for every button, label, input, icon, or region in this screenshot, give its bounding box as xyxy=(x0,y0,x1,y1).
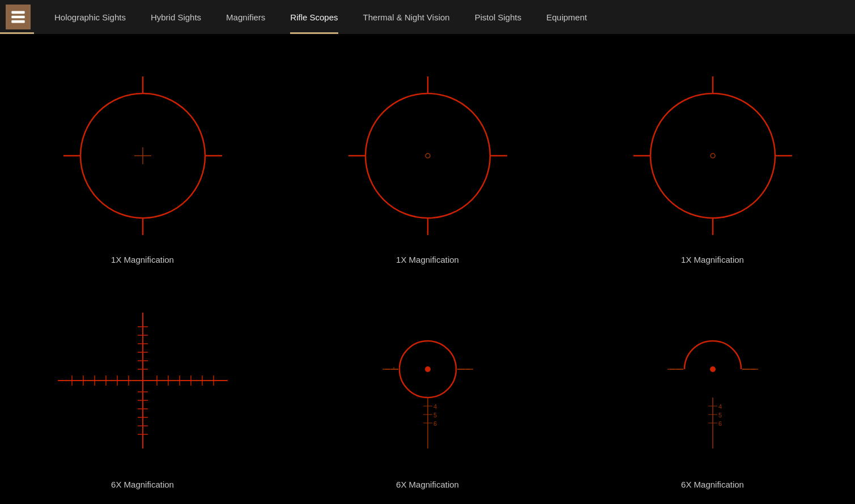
sr3-1x-cell: 1X Magnification xyxy=(570,51,855,276)
sr3-1x-label: 1X Magnification xyxy=(681,255,744,264)
svg-point-21 xyxy=(711,153,715,158)
svg-text:6: 6 xyxy=(433,420,437,427)
svg-point-10 xyxy=(365,93,490,218)
sr3-6x-label: 6X Magnification xyxy=(681,480,744,489)
svg-point-16 xyxy=(650,93,775,218)
sr3-6x-cell: 4 5 6 6X Magnification xyxy=(570,276,855,501)
svg-text:5: 5 xyxy=(718,412,722,418)
reticle-1x-row: 1X Magnification xyxy=(0,51,855,276)
sr2-6x-cell: 4 5 6 6X Magnification xyxy=(285,276,570,501)
svg-rect-0 xyxy=(11,11,24,14)
nav-item-hybrid[interactable]: Hybrid Sights xyxy=(138,0,214,34)
sr1-1x-cell: 1X Magnification xyxy=(0,51,285,276)
reticle-6x-row: 6X Magnification xyxy=(0,276,855,501)
svg-text:4: 4 xyxy=(433,403,437,410)
svg-point-49 xyxy=(425,366,431,372)
sr2-6x-svg: 4 5 6 xyxy=(300,287,555,474)
sr2-1x-cell: 1X Magnification xyxy=(285,51,570,276)
nav-accent-bar xyxy=(0,32,34,34)
main-content: 1X Magnification xyxy=(0,34,855,504)
logo[interactable] xyxy=(6,5,31,29)
nav-item-equipment[interactable]: Equipment xyxy=(534,0,599,34)
svg-rect-2 xyxy=(11,20,24,23)
sr1-6x-cell: 6X Magnification xyxy=(0,276,285,501)
svg-text:6: 6 xyxy=(718,420,722,427)
svg-point-15 xyxy=(426,153,430,158)
nav-item-magnifiers[interactable]: Magnifiers xyxy=(214,0,278,34)
nav-item-holographic[interactable]: Holographic Sights xyxy=(42,0,138,34)
nav-item-thermal[interactable]: Thermal & Night Vision xyxy=(351,0,462,34)
svg-rect-1 xyxy=(11,16,24,19)
sr1-1x-label: 1X Magnification xyxy=(111,255,174,264)
nav-item-rifle-scopes[interactable]: Rifle Scopes xyxy=(278,0,350,34)
sr1-6x-label: 6X Magnification xyxy=(111,480,174,489)
nav-item-pistol[interactable]: Pistol Sights xyxy=(462,0,534,34)
svg-text:4: 4 xyxy=(718,403,722,410)
navbar: Holographic Sights Hybrid Sights Magnifi… xyxy=(0,0,855,34)
nav-items: Holographic Sights Hybrid Sights Magnifi… xyxy=(42,0,849,34)
svg-text:5: 5 xyxy=(433,412,437,418)
sr3-6x-svg: 4 5 6 xyxy=(585,287,840,474)
sr1-1x-svg xyxy=(15,62,270,249)
sr1-6x-svg xyxy=(15,287,270,474)
sr2-1x-label: 1X Magnification xyxy=(396,255,459,264)
sr2-6x-label: 6X Magnification xyxy=(396,480,459,489)
sr3-1x-svg xyxy=(585,62,840,249)
sr2-1x-svg xyxy=(300,62,555,249)
svg-point-65 xyxy=(710,366,716,372)
